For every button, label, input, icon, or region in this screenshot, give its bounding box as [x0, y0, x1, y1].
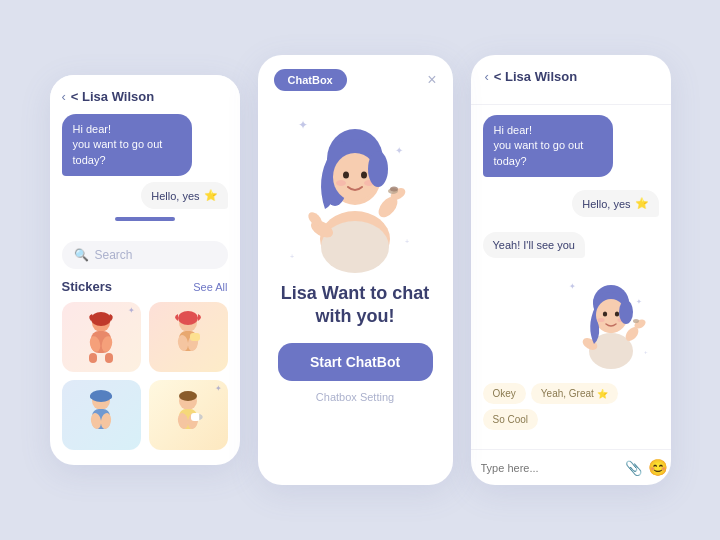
stickers-card: ‹ < Lisa Wilson Hi dear! you want to go … [50, 75, 240, 465]
back-nav[interactable]: ‹ < Lisa Wilson [62, 89, 228, 104]
search-bar[interactable]: 🔍 Search [62, 241, 228, 269]
svg-point-44 [336, 180, 346, 186]
sticker-figure-3 [77, 389, 125, 441]
svg-point-66 [633, 319, 639, 323]
start-chatbot-button[interactable]: Start ChatBot [278, 343, 433, 381]
sticker-figure-2 [164, 311, 212, 363]
app-container: ‹ < Lisa Wilson Hi dear! you want to go … [30, 35, 691, 505]
sent-msg-row: Hello, yes ⭐ [483, 190, 659, 217]
message-received: Hi dear! you want to go out today? [62, 114, 192, 176]
svg-point-6 [91, 312, 111, 326]
star-icon: ⭐ [204, 189, 218, 202]
chatbot-header: ChatBox × [258, 55, 453, 91]
svg-text:✦: ✦ [395, 145, 403, 156]
svg-point-61 [602, 312, 606, 317]
sticker-grid: ✦ [62, 302, 228, 450]
reaction-yeah[interactable]: Yeah, Great ⭐ [531, 383, 618, 404]
back-arrow-icon: ‹ [62, 89, 66, 104]
svg-rect-12 [190, 333, 200, 341]
chatbot-illustration: ✦ ✦ ✦ + + [280, 99, 430, 274]
chat-header: ‹ < Lisa Wilson [471, 55, 671, 105]
search-icon: 🔍 [74, 248, 89, 262]
message-sent-row: Hello, yes ⭐ [62, 182, 228, 209]
search-placeholder-text: Search [95, 248, 133, 262]
svg-rect-24 [191, 413, 200, 421]
svg-rect-16 [90, 394, 112, 399]
reaction-cool[interactable]: So Cool [483, 409, 539, 430]
emoji-icon[interactable]: 😊 [648, 458, 668, 477]
svg-point-43 [361, 172, 367, 179]
svg-point-62 [614, 312, 618, 317]
full-chat-card: ‹ < Lisa Wilson Hi dear! you want to go … [471, 55, 671, 485]
chat-messages: Hi dear! you want to go out today? Hello… [471, 105, 671, 449]
star-emoji: ⭐ [635, 197, 649, 210]
svg-point-21 [179, 391, 197, 401]
svg-point-48 [390, 187, 398, 192]
svg-point-42 [343, 172, 349, 179]
reaction-okey[interactable]: Okey [483, 383, 526, 404]
mini-girl-svg: ✦ ✦ + [564, 269, 659, 374]
reaction-star: ⭐ [597, 389, 608, 399]
svg-point-65 [619, 300, 633, 324]
sticker-figure-4 [164, 389, 212, 441]
mini-girl-illustration: ✦ ✦ + [564, 269, 659, 374]
svg-point-63 [597, 318, 604, 322]
message-sent: Hello, yes ⭐ [141, 182, 227, 209]
sticker-2[interactable] [149, 302, 228, 372]
svg-rect-4 [89, 353, 97, 363]
message-input[interactable] [481, 462, 619, 474]
sparkle-icon-2: ✦ [215, 384, 222, 393]
back-arrow-icon-3: ‹ [485, 69, 489, 84]
illustration-row: ✦ ✦ + [483, 269, 659, 374]
chatbox-setting-link[interactable]: Chatbox Setting [316, 391, 394, 403]
chat-preview: ‹ < Lisa Wilson Hi dear! you want to go … [50, 75, 240, 241]
svg-text:✦: ✦ [298, 118, 308, 132]
drag-handle [115, 217, 175, 221]
see-all-link[interactable]: See All [193, 281, 227, 293]
sticker-1[interactable]: ✦ [62, 302, 141, 372]
received-msg-1: Hi dear! you want to go out today? [483, 115, 613, 177]
svg-text:✦: ✦ [636, 298, 642, 305]
contact-name: < Lisa Wilson [71, 89, 154, 104]
stickers-header: Stickers See All [62, 279, 228, 294]
stickers-title: Stickers [62, 279, 113, 294]
received-msg-2: Yeah! I'll see you [483, 232, 585, 258]
sticker-figure-1 [77, 311, 125, 363]
chatbox-badge: ChatBox [274, 69, 347, 91]
svg-text:+: + [644, 349, 648, 355]
sticker-3[interactable] [62, 380, 141, 450]
close-button[interactable]: × [427, 71, 436, 89]
stickers-section: Stickers See All [50, 279, 240, 465]
sent-msg-1: Hello, yes ⭐ [572, 190, 658, 217]
contact-name-3: < Lisa Wilson [494, 69, 577, 84]
svg-point-46 [368, 151, 388, 187]
svg-rect-5 [105, 353, 113, 363]
invite-title: Lisa Want to chat with you! [281, 282, 429, 329]
attachment-icon[interactable]: 📎 [625, 460, 642, 476]
sticker-4[interactable]: ✦ [149, 380, 228, 450]
svg-point-11 [178, 311, 198, 325]
sparkle-icon: ✦ [128, 306, 135, 315]
message-input-row: 📎 😊 [471, 449, 671, 485]
reaction-chips: Okey Yeah, Great ⭐ So Cool [483, 383, 659, 430]
back-nav-3[interactable]: ‹ < Lisa Wilson [485, 69, 657, 84]
svg-text:✦: ✦ [569, 282, 576, 291]
invite-text-block: Lisa Want to chat with you! [261, 282, 449, 343]
chatbot-card: ChatBox × ✦ ✦ ✦ + + [258, 55, 453, 485]
girl-illustration: ✦ ✦ ✦ + + [280, 99, 430, 274]
svg-text:+: + [290, 253, 294, 260]
svg-text:+: + [405, 238, 409, 245]
